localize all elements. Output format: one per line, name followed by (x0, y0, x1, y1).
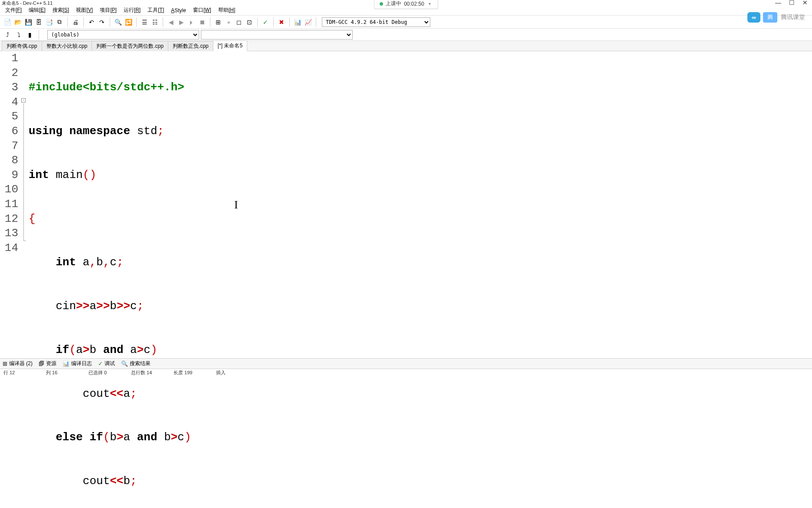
debug-icon[interactable]: ✓ (261, 17, 270, 27)
toolbar-main: 📄 📂 💾 🗄 📑 ⧉ 🖨 ↶ ↷ 🔍 🔁 ☰ ☷ ◀ ▶ ⏵ ⏹ ⊞ ▫ ◻ … (0, 16, 812, 29)
replace-icon[interactable]: 🔁 (124, 17, 133, 27)
menu-window[interactable]: 窗口[W] (190, 6, 214, 15)
watermark: ∞ 腾 腾讯课堂 (747, 12, 805, 23)
compile-run-icon[interactable]: ◻ (234, 17, 244, 27)
save-as-icon[interactable]: 📑 (44, 17, 54, 27)
close-file-icon[interactable]: ⧉ (55, 17, 64, 27)
chevron-down-icon: ▾ (429, 1, 431, 6)
watermark-badge: 腾 (763, 12, 777, 23)
goto-line-icon[interactable]: ☰ (140, 17, 149, 27)
line-gutter: 1 2 3 4 5 6 7 8 9 10 11 12 13 14 (0, 51, 21, 358)
compile-icon[interactable]: ⊞ (213, 17, 223, 27)
fold-margin[interactable]: - (21, 51, 27, 358)
redo-icon[interactable]: ↷ (97, 17, 107, 27)
run-icon[interactable]: ▫ (224, 17, 233, 27)
step-out-icon[interactable]: ⤴ (3, 30, 12, 40)
profile-icon[interactable]: 📊 (293, 17, 302, 27)
rebuild-icon[interactable]: ⊡ (245, 17, 254, 27)
scope-select[interactable]: (globals) (47, 30, 199, 40)
compiler-panel-icon: ⊞ (3, 360, 7, 367)
bookmark-icon[interactable]: ☷ (150, 17, 160, 27)
nav-list-icon[interactable]: ⏵ (187, 17, 196, 27)
find-icon[interactable]: 🔍 (113, 17, 123, 27)
step-in-icon[interactable]: ⤵ (14, 30, 23, 40)
minimize-button[interactable]: — (775, 0, 781, 6)
tab-file-1[interactable]: 判断奇偶.cpp (2, 41, 42, 51)
fold-toggle-icon[interactable]: - (21, 98, 26, 102)
recording-label: 上课中 (386, 0, 401, 7)
nav-fwd-icon[interactable]: ▶ (177, 17, 186, 27)
undo-icon[interactable]: ↶ (87, 17, 96, 27)
code-text[interactable]: #include<bits/stdc++.h> using namespace … (27, 51, 812, 358)
open-file-icon[interactable]: 📂 (13, 17, 23, 27)
file-tabs: 判断奇偶.cpp 整数大小比较.cpp 判断一个数是否为两位数.cpp 判断数正… (0, 41, 812, 51)
menu-tools[interactable]: 工具[T] (145, 6, 167, 15)
nav-stop-icon[interactable]: ⏹ (197, 17, 207, 27)
save-all-icon[interactable]: 🗄 (34, 17, 43, 27)
recording-badge[interactable]: 上课中 00:02:50 ▾ (374, 0, 438, 9)
cloud-icon: ∞ (747, 12, 760, 23)
maximize-button[interactable]: ☐ (789, 0, 795, 6)
recording-dot-icon (380, 2, 383, 6)
chart-icon[interactable]: 📈 (303, 17, 313, 27)
watermark-brand: 腾讯课堂 (781, 13, 805, 21)
stop-icon[interactable]: ✖ (277, 17, 286, 27)
tab-file-5[interactable]: [*] 未命名5 (213, 40, 247, 51)
code-editor[interactable]: 1 2 3 4 5 6 7 8 9 10 11 12 13 14 - #incl… (0, 51, 812, 358)
menu-file[interactable]: 文件[F] (3, 6, 24, 15)
nav-back-icon[interactable]: ◀ (166, 17, 176, 27)
menu-edit[interactable]: 编辑[E] (26, 6, 48, 15)
print-icon[interactable]: 🖨 (71, 17, 80, 27)
save-icon[interactable]: 💾 (23, 17, 33, 27)
member-select[interactable] (201, 30, 353, 40)
new-file-icon[interactable]: 📄 (3, 17, 12, 27)
toolbar-nav: ⤴ ⤵ ▮ (globals) (0, 29, 812, 41)
menu-run[interactable]: 运行[R] (121, 6, 143, 15)
window-controls: — ☐ ✕ (775, 0, 808, 6)
tab-file-2[interactable]: 整数大小比较.cpp (42, 41, 92, 51)
menu-view[interactable]: 视图[V] (73, 6, 95, 15)
menu-help[interactable]: 帮助[H] (216, 6, 238, 15)
ibeam-cursor-icon: I (234, 198, 238, 212)
tab-file-4[interactable]: 判断数正负.cpp (168, 41, 213, 51)
breakpoint-icon[interactable]: ▮ (25, 30, 35, 40)
menu-astyle[interactable]: AStyle (168, 7, 189, 14)
menu-search[interactable]: 搜索[S] (50, 6, 72, 15)
compiler-select[interactable]: TDM-GCC 4.9.2 64-bit Debug (322, 17, 430, 27)
recording-time: 00:02:50 (404, 1, 424, 7)
close-button[interactable]: ✕ (802, 0, 808, 6)
menu-project[interactable]: 项目[P] (97, 6, 119, 15)
tab-file-3[interactable]: 判断一个数是否为两位数.cpp (92, 41, 168, 51)
